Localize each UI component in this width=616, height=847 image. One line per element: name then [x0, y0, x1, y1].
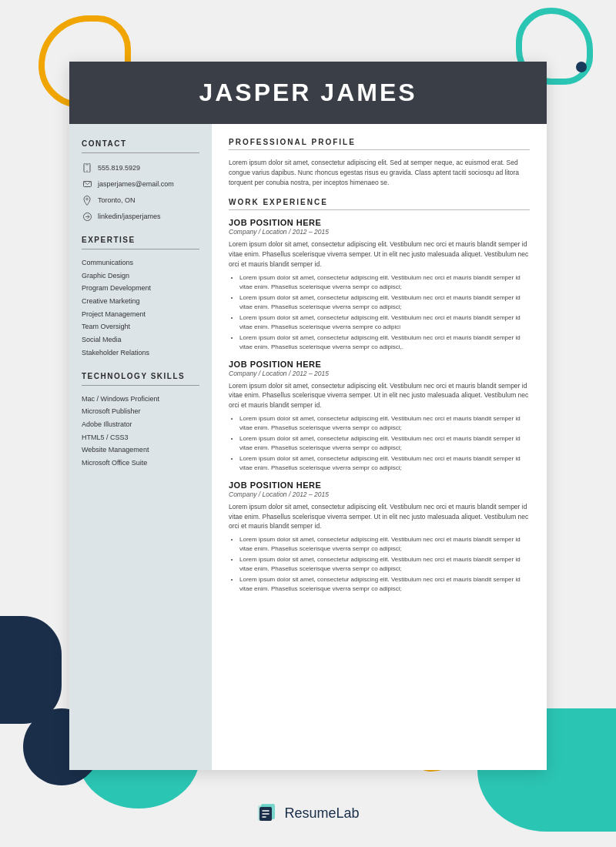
resume-body: CONTACT 555.819.5929 — [69, 124, 547, 770]
brand-name-light: Lab — [336, 805, 359, 821]
job-entry: JOB POSITION HERECompany / Location / 20… — [229, 480, 530, 594]
job-desc: Lorem ipsum dolor sit amet, consectetur … — [229, 502, 530, 531]
expertise-item: Graphic Design — [82, 272, 199, 281]
expertise-divider — [82, 249, 199, 249]
job-bullet-item: Lorem ipsum dolor sit amet, consectetur … — [239, 313, 530, 332]
location-item: Toronto, ON — [82, 195, 199, 206]
phone-number: 555.819.5929 — [98, 164, 140, 172]
job-company: Company / Location / 2012 – 2015 — [229, 228, 530, 236]
technology-item: Microsoft Office Suite — [82, 459, 199, 468]
job-desc: Lorem ipsum dolor sit amet, consectetur … — [229, 239, 530, 269]
email-item: jasperjames@email.com — [82, 179, 199, 189]
job-title: JOB POSITION HERE — [229, 480, 530, 490]
job-bullet-item: Lorem ipsum dolor sit amet, consectetur … — [239, 293, 530, 312]
resume-card: JASPER JAMES CONTACT 555.819.5929 — [69, 62, 547, 770]
job-bullet-item: Lorem ipsum dolor sit amet, consectetur … — [239, 333, 530, 352]
email-address: jasperjames@email.com — [98, 180, 174, 188]
expertise-item: Project Management — [82, 310, 199, 320]
technology-item: HTML5 / CSS3 — [82, 434, 199, 443]
resumelab-logo-icon — [256, 802, 278, 824]
expertise-list: CommunicationsGraphic DesignProgram Deve… — [82, 259, 199, 358]
expertise-item: Creative Marketing — [82, 297, 199, 306]
svg-rect-1 — [85, 165, 89, 166]
job-bullet-item: Lorem ipsum dolor sit amet, consectetur … — [239, 434, 530, 453]
technology-divider — [82, 385, 199, 386]
expertise-item: Communications — [82, 259, 199, 268]
job-entry: JOB POSITION HERECompany / Location / 20… — [229, 218, 530, 351]
job-company: Company / Location / 2012 – 2015 — [229, 490, 530, 498]
technology-section-title: TECHNOLOGY SKILLS — [82, 372, 199, 380]
job-bullet-item: Lorem ipsum dolor sit amet, consectetur … — [239, 454, 530, 473]
svg-point-2 — [86, 170, 87, 171]
profile-divider — [229, 149, 530, 150]
resume-sidebar: CONTACT 555.819.5929 — [69, 124, 212, 770]
job-desc: Lorem ipsum dolor sit amet, consectetur … — [229, 381, 530, 410]
contact-divider — [82, 152, 199, 153]
phone-icon — [82, 162, 92, 173]
navy-dot-decoration — [576, 62, 587, 72]
job-title: JOB POSITION HERE — [229, 218, 530, 227]
navy-bar-decoration-left — [0, 616, 62, 724]
job-bullet-item: Lorem ipsum dolor sit amet, consectetur … — [239, 555, 530, 574]
job-bullets: Lorem ipsum dolor sit amet, consectetur … — [239, 414, 530, 473]
phone-item: 555.819.5929 — [82, 162, 199, 173]
work-experience-section: WORK EXPERIENCE JOB POSITION HERECompany… — [229, 198, 530, 594]
job-bullet-item: Lorem ipsum dolor sit amet, consectetur … — [239, 575, 530, 594]
location-text: Toronto, ON — [98, 196, 136, 204]
job-bullets: Lorem ipsum dolor sit amet, consectetur … — [239, 535, 530, 594]
location-icon — [82, 195, 92, 206]
brand-bar: ResumeLab — [0, 802, 616, 824]
linkedin-item: linkedin/jasperjames — [82, 211, 199, 222]
expertise-section: EXPERTISE CommunicationsGraphic DesignPr… — [82, 236, 199, 358]
job-bullet-item: Lorem ipsum dolor sit amet, consectetur … — [239, 535, 530, 554]
technology-list: Mac / Windows ProficientMicrosoft Publis… — [82, 395, 199, 468]
email-icon — [82, 179, 92, 189]
resume-name: JASPER JAMES — [92, 79, 524, 107]
job-bullet-item: Lorem ipsum dolor sit amet, consectetur … — [239, 414, 530, 433]
technology-item: Website Management — [82, 446, 199, 455]
brand-name-bold: Resume — [284, 805, 336, 821]
resume-main: PROFESSIONAL PROFILE Lorem ipsum dolor s… — [212, 124, 547, 770]
contact-section: CONTACT 555.819.5929 — [82, 139, 199, 222]
technology-section: TECHNOLOGY SKILLS Mac / Windows Proficie… — [82, 372, 199, 468]
svg-point-4 — [86, 198, 89, 200]
job-bullet-item: Lorem ipsum dolor sit amet, consectetur … — [239, 273, 530, 292]
expertise-section-title: EXPERTISE — [82, 236, 199, 244]
contact-section-title: CONTACT — [82, 139, 199, 148]
expertise-item: Team Oversight — [82, 323, 199, 332]
expertise-item: Program Development — [82, 284, 199, 293]
resume-header: JASPER JAMES — [69, 62, 547, 124]
expertise-item: Stakeholder Relations — [82, 349, 199, 358]
technology-item: Microsoft Publisher — [82, 407, 199, 417]
brand-name: ResumeLab — [284, 805, 359, 822]
job-entry: JOB POSITION HERECompany / Location / 20… — [229, 360, 530, 473]
linkedin-icon — [82, 211, 92, 222]
technology-item: Adobe Illustrator — [82, 420, 199, 430]
profile-section-title: PROFESSIONAL PROFILE — [229, 138, 530, 146]
technology-item: Mac / Windows Proficient — [82, 395, 199, 404]
work-divider — [229, 209, 530, 210]
profile-section: PROFESSIONAL PROFILE Lorem ipsum dolor s… — [229, 138, 530, 187]
job-bullets: Lorem ipsum dolor sit amet, consectetur … — [239, 273, 530, 352]
expertise-item: Social Media — [82, 336, 199, 345]
job-company: Company / Location / 2012 – 2015 — [229, 370, 530, 377]
job-title: JOB POSITION HERE — [229, 360, 530, 369]
jobs-list: JOB POSITION HERECompany / Location / 20… — [229, 218, 530, 594]
work-experience-title: WORK EXPERIENCE — [229, 198, 530, 206]
linkedin-text: linkedin/jasperjames — [98, 213, 161, 220]
profile-text: Lorem ipsum dolor sit amet, consectetur … — [229, 158, 530, 187]
